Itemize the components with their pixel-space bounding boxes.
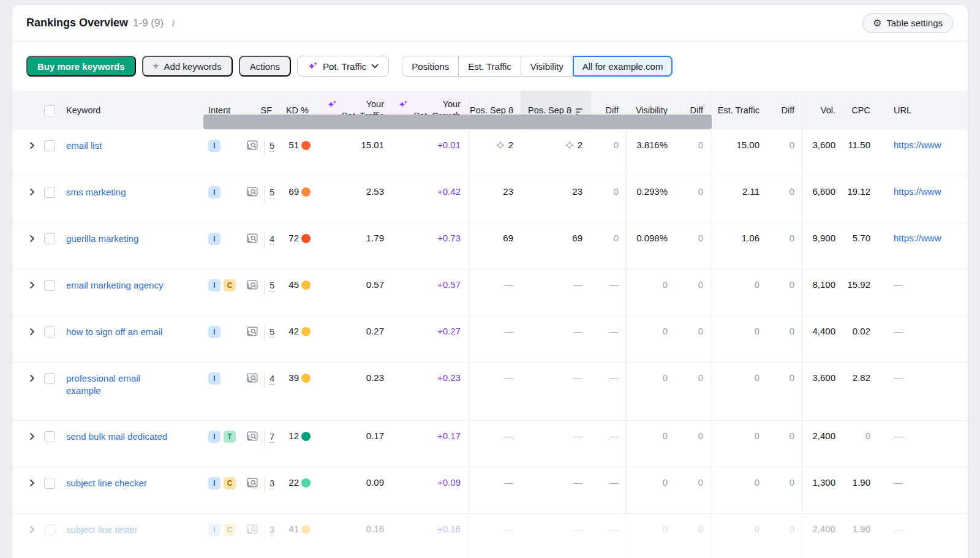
- row-checkbox[interactable]: [44, 140, 55, 151]
- expand-row-button[interactable]: [27, 514, 44, 558]
- sf-link[interactable]: 5: [270, 279, 274, 292]
- serp-features-icon[interactable]: [247, 373, 258, 383]
- diff-b-value: 0: [675, 514, 710, 558]
- divider: [264, 431, 265, 447]
- col-header-cpc[interactable]: CPC: [843, 91, 878, 130]
- keyword-link[interactable]: guerilla marketing: [66, 233, 138, 245]
- add-keywords-button[interactable]: + Add keywords: [142, 56, 233, 77]
- sf-link[interactable]: 5: [270, 326, 274, 338]
- metric-dropdown[interactable]: Pot. Traffic: [297, 56, 389, 77]
- select-all-checkbox[interactable]: [44, 105, 55, 116]
- row-checkbox[interactable]: [44, 233, 55, 244]
- row-checkbox[interactable]: [44, 524, 55, 535]
- row-checkbox[interactable]: [44, 326, 55, 337]
- table-settings-button[interactable]: ⚙ Table settings: [862, 13, 953, 33]
- col-header-est-traffic[interactable]: Est. Traffic: [710, 91, 767, 130]
- pos-a-value: —: [504, 279, 513, 290]
- segment-est-traffic[interactable]: Est. Traffic: [458, 56, 521, 77]
- visibility-value: 0: [626, 270, 675, 315]
- view-segmented-control: Positions Est. Traffic Visibility All fo…: [402, 56, 673, 77]
- url-link[interactable]: —: [894, 279, 903, 290]
- est-traffic-value: 0: [710, 514, 767, 558]
- keyword-link[interactable]: send bulk mail dedicated: [66, 431, 167, 443]
- keyword-link[interactable]: subject line tester: [66, 524, 138, 536]
- url-link[interactable]: —: [894, 326, 903, 336]
- keyword-link[interactable]: email list: [66, 140, 102, 152]
- serp-features-icon[interactable]: [247, 140, 258, 151]
- volume-value: 9,900: [802, 223, 843, 269]
- diff-b-value: 0: [675, 363, 710, 420]
- url-link[interactable]: —: [894, 372, 903, 383]
- segment-visibility[interactable]: Visibility: [521, 56, 573, 77]
- serp-features-icon[interactable]: [247, 478, 258, 488]
- url-link[interactable]: —: [894, 431, 903, 441]
- diff-b-value: 0: [675, 467, 710, 513]
- cpc-value: 2.82: [843, 363, 878, 420]
- sf-link[interactable]: 3: [270, 477, 274, 489]
- intent-badge-i: I: [208, 372, 221, 385]
- col-header-diff-c[interactable]: Diff: [767, 91, 802, 130]
- expand-row-button[interactable]: [27, 270, 44, 315]
- expand-row-button[interactable]: [27, 316, 44, 362]
- row-checkbox[interactable]: [44, 478, 55, 489]
- sf-link[interactable]: 5: [270, 186, 274, 198]
- divider: [264, 140, 265, 156]
- expand-row-button[interactable]: [27, 176, 44, 222]
- expand-row-button[interactable]: [27, 130, 44, 176]
- keyword-link[interactable]: how to sign off an email: [66, 326, 162, 338]
- cpc-value: 1.90: [843, 467, 878, 513]
- expand-row-button[interactable]: [27, 421, 44, 467]
- toolbar: Buy more keywords + Add keywords Actions…: [12, 42, 968, 91]
- intent-badge-i: I: [208, 233, 221, 245]
- diff-c-value: 0: [767, 176, 802, 222]
- diff-c-value: 0: [767, 130, 802, 176]
- diff-c-value: 0: [767, 514, 802, 558]
- row-checkbox[interactable]: [44, 431, 55, 442]
- diff-a-value: —: [591, 270, 626, 315]
- expand-row-button[interactable]: [27, 363, 44, 420]
- serp-features-icon[interactable]: [247, 326, 258, 337]
- keyword-link[interactable]: email marketing agency: [66, 279, 163, 292]
- row-checkbox[interactable]: [44, 373, 55, 384]
- url-link[interactable]: https://www: [894, 140, 941, 150]
- keyword-link[interactable]: professional email example: [66, 372, 140, 397]
- est-traffic-value: 0: [710, 316, 767, 362]
- serp-features-icon[interactable]: [247, 524, 258, 535]
- cpc-value: 5.70: [843, 223, 878, 269]
- visibility-value: 0: [626, 316, 675, 362]
- sf-link[interactable]: 7: [270, 431, 274, 443]
- url-link[interactable]: https://www: [894, 186, 941, 197]
- serp-features-icon[interactable]: [247, 280, 258, 290]
- segment-positions[interactable]: Positions: [402, 56, 459, 77]
- divider: [264, 372, 265, 388]
- row-checkbox[interactable]: [44, 187, 55, 198]
- horizontal-scrollbar[interactable]: [203, 115, 712, 129]
- expand-row-button[interactable]: [27, 467, 44, 513]
- col-header-volume[interactable]: Vol.: [802, 91, 843, 130]
- intent-badges: IC: [207, 514, 245, 558]
- url-link[interactable]: https://www: [894, 233, 941, 243]
- serp-feature-diamond-icon: [496, 140, 505, 150]
- serp-features-icon[interactable]: [247, 431, 258, 442]
- segment-all-for-domain[interactable]: All for example.com: [573, 56, 673, 77]
- serp-features-icon[interactable]: [247, 233, 258, 244]
- expand-row-button[interactable]: [27, 223, 44, 269]
- sf-link[interactable]: 5: [270, 140, 274, 152]
- page-title: Rankings Overview: [26, 17, 128, 29]
- url-link[interactable]: —: [894, 524, 903, 534]
- divider: [264, 477, 265, 493]
- keyword-link[interactable]: sms marketing: [66, 186, 126, 198]
- row-checkbox[interactable]: [44, 280, 55, 291]
- pot-traffic-value: 0.27: [318, 316, 393, 362]
- sf-link[interactable]: 4: [270, 372, 274, 385]
- sf-link[interactable]: 3: [270, 524, 274, 536]
- sf-link[interactable]: 4: [270, 233, 274, 245]
- keyword-link[interactable]: subject line checker: [66, 477, 147, 489]
- intent-badges: IC: [207, 270, 245, 315]
- info-icon[interactable]: i: [171, 18, 174, 29]
- pos-b-value: 23: [572, 186, 582, 197]
- actions-button[interactable]: Actions: [239, 56, 291, 77]
- buy-more-keywords-button[interactable]: Buy more keywords: [26, 56, 136, 77]
- url-link[interactable]: —: [894, 477, 903, 488]
- serp-features-icon[interactable]: [247, 187, 258, 197]
